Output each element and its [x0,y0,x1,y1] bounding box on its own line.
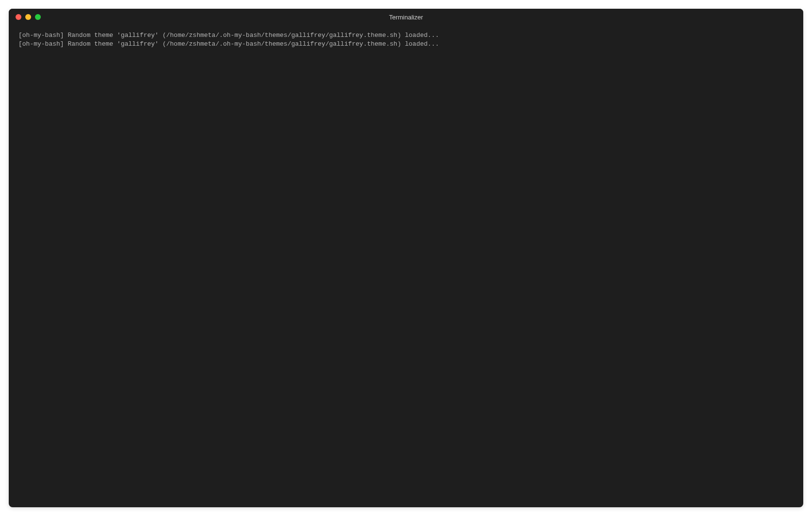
titlebar: Terminalizer [9,9,803,25]
minimize-icon[interactable] [25,14,31,20]
maximize-icon[interactable] [35,14,41,20]
terminal-line: [oh-my-bash] Random theme 'gallifrey' (/… [18,40,794,49]
terminal-line: [oh-my-bash] Random theme 'gallifrey' (/… [18,31,794,40]
terminal-window: Terminalizer [oh-my-bash] Random theme '… [9,9,803,507]
window-title: Terminalizer [389,14,423,21]
traffic-lights [16,14,41,20]
terminal-body[interactable]: [oh-my-bash] Random theme 'gallifrey' (/… [9,25,803,507]
close-icon[interactable] [16,14,21,20]
